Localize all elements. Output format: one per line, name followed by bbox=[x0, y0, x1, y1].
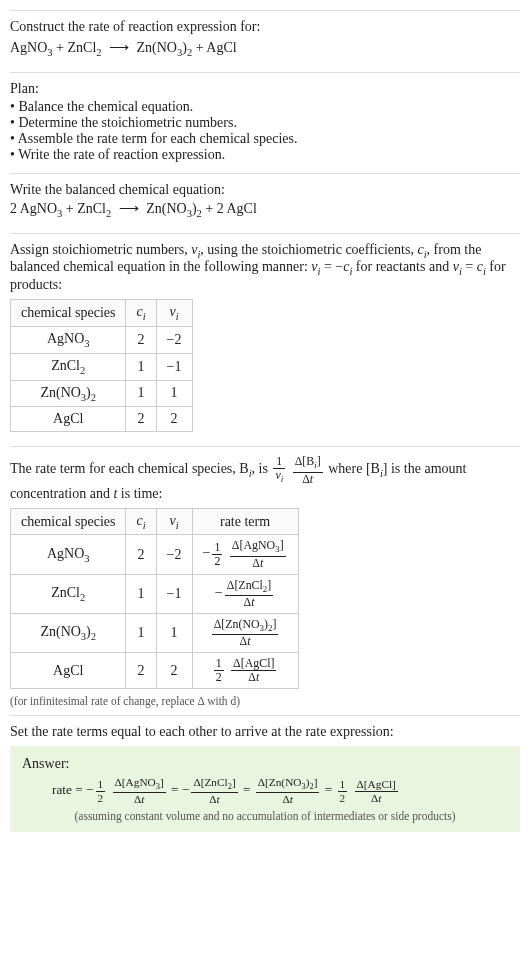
cell-nui: 2 bbox=[156, 653, 192, 689]
cell-species: Zn(NO3)2 bbox=[11, 380, 126, 407]
generic-frac-dB-dt: Δ[Bi]Δt bbox=[293, 455, 323, 485]
table-row: Zn(NO3)2 1 1 bbox=[11, 380, 193, 407]
rate-expression: rate = −12 Δ[AgNO3]Δt = −Δ[ZnCl2]Δt = Δ[… bbox=[52, 776, 508, 805]
cell-nui: −2 bbox=[156, 535, 192, 574]
balanced-intro: Write the balanced chemical equation: bbox=[10, 182, 520, 198]
balanced-section: Write the balanced chemical equation: 2 … bbox=[10, 173, 520, 233]
cell-species: AgCl bbox=[11, 653, 126, 689]
stoich-section: Assign stoichiometric numbers, νi, using… bbox=[10, 233, 520, 447]
cell-ci: 2 bbox=[126, 326, 156, 353]
table-row: AgNO3 2 −2 −12 Δ[AgNO3]Δt bbox=[11, 535, 299, 574]
cell-species: AgCl bbox=[11, 407, 126, 432]
unbalanced-equation: AgNO3 + ZnCl2 ⟶ Zn(NO3)2 + AgCl bbox=[10, 39, 520, 58]
cell-ci: 2 bbox=[126, 653, 156, 689]
plan-label: Plan: bbox=[10, 81, 520, 97]
stoich-table: chemical species ci νi AgNO3 2 −2 ZnCl2 … bbox=[10, 299, 193, 432]
cell-rate-term: −Δ[ZnCl2]Δt bbox=[192, 574, 298, 613]
table-row: AgNO3 2 −2 bbox=[11, 326, 193, 353]
balanced-equation: 2 AgNO3 + ZnCl2 ⟶ Zn(NO3)2 + 2 AgCl bbox=[10, 200, 520, 219]
stoich-intro: Assign stoichiometric numbers, νi, using… bbox=[10, 242, 520, 294]
col-species: chemical species bbox=[11, 508, 126, 535]
rate-term-intro: The rate term for each chemical species,… bbox=[10, 455, 520, 501]
answer-label: Answer: bbox=[22, 756, 508, 772]
table-row: AgCl 2 2 12 Δ[AgCl]Δt bbox=[11, 653, 299, 689]
col-ci: ci bbox=[126, 508, 156, 535]
cell-species: AgNO3 bbox=[11, 326, 126, 353]
cell-nui: 1 bbox=[156, 614, 192, 653]
prompt-text: Construct the rate of reaction expressio… bbox=[10, 19, 520, 35]
table-header-row: chemical species ci νi bbox=[11, 300, 193, 327]
rate-term-section: The rate term for each chemical species,… bbox=[10, 446, 520, 715]
table-row: ZnCl2 1 −1 bbox=[11, 353, 193, 380]
plan-step: Balance the chemical equation. bbox=[10, 99, 520, 115]
answer-note: (assuming constant volume and no accumul… bbox=[22, 810, 508, 822]
table-row: ZnCl2 1 −1 −Δ[ZnCl2]Δt bbox=[11, 574, 299, 613]
col-ci: ci bbox=[126, 300, 156, 327]
plan-list: Balance the chemical equation. Determine… bbox=[10, 99, 520, 163]
cell-ci: 1 bbox=[126, 574, 156, 613]
cell-ci: 1 bbox=[126, 614, 156, 653]
cell-nui: 2 bbox=[156, 407, 192, 432]
infinitesimal-note: (for infinitesimal rate of change, repla… bbox=[10, 695, 520, 707]
table-row: AgCl 2 2 bbox=[11, 407, 193, 432]
plus-sign: + bbox=[196, 40, 207, 55]
problem-statement: Construct the rate of reaction expressio… bbox=[10, 10, 520, 72]
species-agcl: AgCl bbox=[206, 40, 236, 55]
cell-ci: 2 bbox=[126, 407, 156, 432]
col-nui: νi bbox=[156, 508, 192, 535]
cell-species: ZnCl2 bbox=[11, 353, 126, 380]
final-intro: Set the rate terms equal to each other t… bbox=[10, 724, 520, 740]
cell-nui: −1 bbox=[156, 574, 192, 613]
cell-species: AgNO3 bbox=[11, 535, 126, 574]
plan-step: Assemble the rate term for each chemical… bbox=[10, 131, 520, 147]
plan-step: Write the rate of reaction expression. bbox=[10, 147, 520, 163]
plus-sign: + bbox=[56, 40, 67, 55]
col-rate-term: rate term bbox=[192, 508, 298, 535]
generic-frac-1-nu: 1νi bbox=[273, 455, 285, 485]
species-znno32: Zn(NO3)2 bbox=[137, 40, 193, 55]
reaction-arrow-icon: ⟶ bbox=[109, 40, 129, 55]
cell-species: Zn(NO3)2 bbox=[11, 614, 126, 653]
cell-nui: 1 bbox=[156, 380, 192, 407]
cell-nui: −1 bbox=[156, 353, 192, 380]
col-nui: νi bbox=[156, 300, 192, 327]
rate-term-table: chemical species ci νi rate term AgNO3 2… bbox=[10, 508, 299, 690]
term: Zn(NO3)2 bbox=[146, 201, 202, 216]
cell-ci: 2 bbox=[126, 535, 156, 574]
cell-ci: 1 bbox=[126, 380, 156, 407]
species-agno3: AgNO3 bbox=[10, 40, 53, 55]
table-row: Zn(NO3)2 1 1 Δ[Zn(NO3)2]Δt bbox=[11, 614, 299, 653]
term: 2 AgNO3 bbox=[10, 201, 62, 216]
cell-rate-term: 12 Δ[AgCl]Δt bbox=[192, 653, 298, 689]
plus-sign: + bbox=[66, 201, 77, 216]
col-species: chemical species bbox=[11, 300, 126, 327]
term: ZnCl2 bbox=[77, 201, 111, 216]
table-header-row: chemical species ci νi rate term bbox=[11, 508, 299, 535]
answer-box: Answer: rate = −12 Δ[AgNO3]Δt = −Δ[ZnCl2… bbox=[10, 746, 520, 831]
cell-species: ZnCl2 bbox=[11, 574, 126, 613]
term: 2 AgCl bbox=[217, 201, 257, 216]
plan-section: Plan: Balance the chemical equation. Det… bbox=[10, 72, 520, 173]
plan-step: Determine the stoichiometric numbers. bbox=[10, 115, 520, 131]
final-section: Set the rate terms equal to each other t… bbox=[10, 715, 520, 839]
cell-rate-term: Δ[Zn(NO3)2]Δt bbox=[192, 614, 298, 653]
reaction-arrow-icon: ⟶ bbox=[119, 201, 139, 216]
species-zncl2: ZnCl2 bbox=[68, 40, 102, 55]
cell-rate-term: −12 Δ[AgNO3]Δt bbox=[192, 535, 298, 574]
cell-nui: −2 bbox=[156, 326, 192, 353]
cell-ci: 1 bbox=[126, 353, 156, 380]
plus-sign: + bbox=[205, 201, 216, 216]
